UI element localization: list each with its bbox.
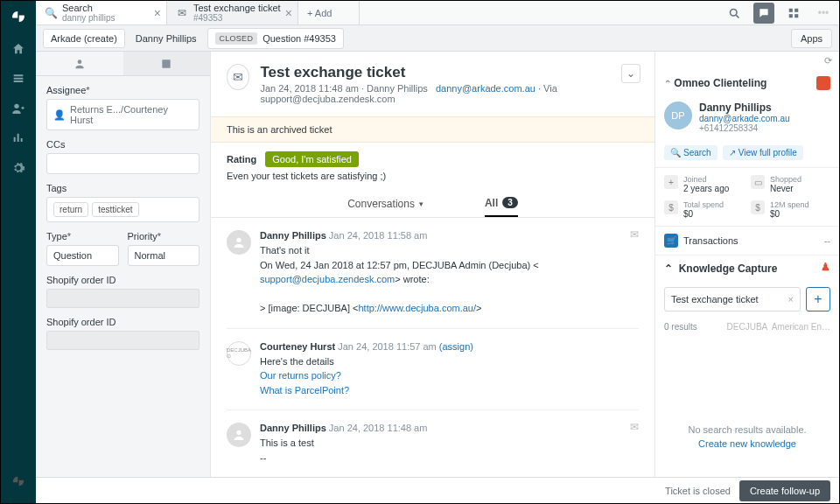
apps-grid-icon[interactable] [783,3,804,24]
collapse-icon: ⌃ [664,79,671,88]
tags-input[interactable]: return testticket [46,197,200,222]
shopify-input[interactable] [46,331,200,350]
svg-point-0 [14,104,18,108]
ccs-label: CCs [46,139,200,150]
tab-subtitle: #49353 [193,13,281,23]
customer-email[interactable]: danny@arkade.com.au [699,114,790,123]
more-icon[interactable]: ••• [813,3,834,24]
svg-rect-2 [789,9,793,12]
knowledge-capture-header[interactable]: ⌃ Knowledge Capture ♟ [655,256,839,282]
avatar [227,423,251,447]
mail-icon: ✉ [227,64,249,90]
svg-rect-7 [163,60,171,67]
assignee-label: Assignee [46,85,200,95]
priority-select[interactable]: Normal [128,245,200,266]
assignee-select[interactable]: 👤 Returns E.../Courteney Hurst [46,99,200,130]
refresh-icon[interactable]: ⟳ [824,55,832,66]
search-icon[interactable] [724,3,745,24]
breadcrumb-org[interactable]: Arkade (create) [43,29,125,48]
breadcrumb-ticket[interactable]: CLOSED Question #49353 [207,28,344,49]
type-select[interactable]: Question [46,245,119,266]
ticket-email-link[interactable]: danny@arkade.com.au [436,83,536,94]
kc-create-link[interactable]: Create new knowledge [655,438,839,456]
mail-icon: ✉ [630,228,639,241]
dollar-icon: $ [751,200,765,214]
tab-all[interactable]: All 3 [485,190,518,217]
cart-icon: 🛒 [664,234,678,248]
chat-icon[interactable] [753,3,774,24]
kc-search-input[interactable]: Test exchange ticket × [664,287,801,312]
shopify-input[interactable] [46,289,200,308]
assign-link[interactable]: (assign) [439,341,473,352]
tags-label: Tags [46,183,200,193]
reporting-icon[interactable] [1,123,36,153]
tab-title: Search [62,3,116,13]
kc-app-icon: ♟ [821,261,830,273]
zendesk-logo-icon[interactable] [8,6,29,27]
ticket-main: ✉ Test exchange ticket Jan 24, 2018 11:4… [211,52,655,477]
omneo-header[interactable]: ⌃ Omneo Clienteling [655,70,839,96]
external-icon: ↗ [729,148,736,158]
search-icon: 🔍 [45,7,57,19]
sidebar-tab-user[interactable] [36,52,123,75]
collapse-icon: ⌃ [664,262,673,275]
close-icon[interactable]: × [285,6,292,20]
svg-rect-4 [789,14,793,18]
svg-point-8 [236,238,241,242]
shopify-label: Shopify order ID [46,317,200,327]
kb-link[interactable]: What is ParcelPoint? [260,385,349,396]
svg-point-1 [730,9,737,16]
search-action[interactable]: 🔍Search [664,145,718,160]
views-icon[interactable] [1,64,36,94]
tab-add[interactable]: + Add [298,1,360,24]
sidebar-tab-ticket[interactable] [123,52,211,75]
apps-panel: ⟳ ⌃ Omneo Clienteling DP Danny Phillips … [655,52,839,477]
user-icon: + [664,175,678,189]
tab-conversations[interactable]: Conversations ▾ [347,198,424,210]
kc-add-button[interactable]: + [806,287,830,312]
type-label: Type [46,231,119,242]
tab-ticket[interactable]: ✉ Test exchange ticket #49353 × [167,1,298,24]
rating-comment: Even your test tickets are satisfying ;) [227,171,639,181]
kb-link[interactable]: Our returns policy? [260,370,341,381]
home-icon[interactable] [1,34,36,64]
kc-empty-state: No search results available. [655,337,839,438]
url-link[interactable]: http://www.decjuba.com.au/ [359,303,477,313]
search-icon: 🔍 [670,148,681,158]
tag-chip[interactable]: return [53,202,88,217]
shopify-label: Shopify order ID [46,275,200,285]
card-icon: ▭ [751,175,765,189]
create-followup-button[interactable]: Create follow-up [739,480,830,501]
chevron-down-icon[interactable]: ⌄ [621,64,640,83]
customers-icon[interactable] [1,94,36,123]
tab-subtitle: danny phillips [62,13,116,23]
close-icon[interactable]: × [154,6,161,20]
archived-banner: This is an archived ticket [211,116,654,143]
breadcrumb: Arkade (create) Danny Phillips CLOSED Qu… [36,25,839,52]
svg-rect-3 [794,9,798,12]
footer: Ticket is closed Create follow-up [36,477,839,503]
admin-icon[interactable] [1,153,36,183]
ticket-closed-label: Ticket is closed [665,486,731,496]
ticket-title: Test exchange ticket [260,64,639,81]
svg-rect-5 [794,14,798,18]
tab-search[interactable]: 🔍 Search danny phillips × [36,1,167,24]
rating-label: Rating [227,154,256,164]
tag-chip[interactable]: testticket [92,202,138,217]
avatar: DP [664,102,692,130]
transactions-row[interactable]: 🛒 Transactions -- [655,227,839,256]
avatar [227,230,251,255]
breadcrumb-user[interactable]: Danny Phillips [129,30,204,47]
ccs-input[interactable] [46,153,200,174]
mail-icon: ✉ [176,7,188,19]
user-icon: 👤 [53,109,66,121]
customer-phone: +61412258334 [699,123,790,133]
email-link[interactable]: support@decjuba.zendesk.com [260,274,395,284]
apps-button[interactable]: Apps [791,29,832,48]
message: Danny Phillips Jan 24, 2018 11:58 am Tha… [227,218,639,329]
ticket-meta: Jan 24, 2018 11:48 am · Danny Phillips d… [260,83,639,104]
status-badge: CLOSED [215,32,258,45]
clear-icon[interactable]: × [788,294,794,304]
view-profile-action[interactable]: ↗View full profile [723,145,803,160]
tab-title: Test exchange ticket [193,3,281,13]
